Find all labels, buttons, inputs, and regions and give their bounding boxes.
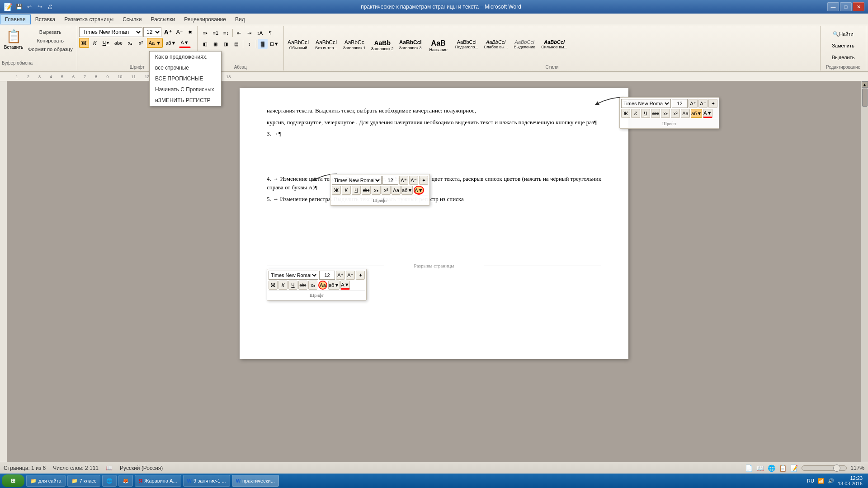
font-grow-button[interactable]: A⁺: [162, 27, 174, 37]
dropdown-item-lowercase[interactable]: все строчные: [150, 62, 221, 73]
case-button[interactable]: Аа ▼: [147, 38, 163, 48]
font-shrink-button[interactable]: A⁻: [175, 27, 184, 37]
mini-clear-3[interactable]: ✦: [356, 271, 365, 280]
mini-grow-2[interactable]: A⁺: [399, 176, 408, 185]
style-subtitle[interactable]: AaBbCcI Подзаголо...: [453, 38, 481, 53]
bullets-button[interactable]: ≡•: [200, 28, 210, 38]
taskbar-item-chrome[interactable]: 🌐: [102, 475, 117, 487]
font-name-selector[interactable]: Times New Roman: [79, 27, 142, 37]
mini-grow-3[interactable]: A⁺: [336, 271, 345, 280]
mini-bold-1[interactable]: Ж: [621, 109, 630, 118]
align-left-button[interactable]: ◧: [200, 39, 210, 49]
mini-italic-1[interactable]: К: [631, 109, 640, 118]
cut-button[interactable]: Вырезать: [26, 28, 75, 36]
menu-item-insert[interactable]: Вставка: [31, 15, 60, 24]
highlight-button[interactable]: аб▼: [164, 38, 178, 48]
taskbar-item-folder2[interactable]: 📁 7 класс: [67, 475, 101, 487]
mini-font-selector-1[interactable]: Times New Roman: [621, 99, 671, 108]
view-draft-icon[interactable]: 📝: [790, 465, 798, 472]
mini-color-3[interactable]: А▼: [340, 281, 349, 290]
strikethrough-button[interactable]: аbс: [113, 38, 124, 48]
mini-sub-1[interactable]: x₂: [661, 109, 670, 118]
mini-size-input-3[interactable]: [319, 271, 335, 280]
select-button[interactable]: Выделить: [825, 52, 861, 62]
minimize-button[interactable]: —: [827, 2, 839, 11]
dropdown-item-uppercase[interactable]: ВСЕ ПРОПИСНЫЕ: [150, 73, 221, 84]
borders-button[interactable]: ⊞▼: [268, 39, 281, 49]
replace-button[interactable]: Заменить: [825, 41, 861, 51]
line-spacing-button[interactable]: ↕: [245, 39, 255, 49]
view-web-icon[interactable]: 🌐: [768, 465, 775, 472]
scroll-thumb[interactable]: [862, 89, 868, 107]
menu-item-home[interactable]: Главная: [0, 14, 31, 24]
mini-strike-1[interactable]: аbс: [651, 109, 660, 118]
mini-case-3[interactable]: Аа: [318, 281, 327, 290]
font-color-button[interactable]: А▼: [179, 38, 191, 48]
document-scroll-area[interactable]: начертания текста. Выделить текст, выбра…: [7, 81, 861, 468]
bold-button[interactable]: Ж: [79, 38, 89, 48]
mini-strike-2[interactable]: аbс: [362, 186, 371, 195]
mini-sub-2[interactable]: x₂: [372, 186, 381, 195]
style-no-spacing[interactable]: AaBbCcI Без интер...: [313, 38, 340, 53]
find-button[interactable]: 🔍 Найти: [825, 29, 861, 39]
style-heading2[interactable]: AaBb Заголовок 2: [369, 38, 396, 53]
style-subtle-emphasis[interactable]: AaBbCcI Слабое вы...: [481, 38, 510, 53]
start-button[interactable]: ⊞: [2, 474, 24, 487]
mini-size-input-1[interactable]: [672, 99, 688, 108]
zoom-slider[interactable]: [802, 465, 847, 471]
lang-indicator[interactable]: RU: [807, 478, 814, 483]
copy-button[interactable]: Копировать: [26, 37, 75, 45]
mini-underline-1[interactable]: Ч: [641, 109, 650, 118]
taskbar-item-folder1[interactable]: 📁 для сайта: [26, 475, 66, 487]
style-heading1[interactable]: AaBbCc Заголовок 1: [341, 38, 368, 53]
mini-grow-1[interactable]: A⁺: [689, 99, 698, 108]
zoom-thumb[interactable]: [833, 465, 840, 472]
zoom-level[interactable]: 117%: [850, 465, 864, 471]
taskbar-item-firefox[interactable]: 🦊: [118, 475, 133, 487]
mini-color-1[interactable]: А▼: [703, 109, 712, 118]
format-painter-button[interactable]: Формат по образцу: [26, 45, 75, 53]
superscript-button[interactable]: x²: [136, 38, 146, 48]
close-button[interactable]: ✕: [853, 2, 864, 11]
mini-italic-2[interactable]: К: [342, 186, 351, 195]
menu-item-references[interactable]: Ссылки: [118, 15, 146, 24]
mini-underline-2[interactable]: Ч: [352, 186, 361, 195]
italic-button[interactable]: К: [90, 38, 100, 48]
mini-sup-2[interactable]: x²: [382, 186, 391, 195]
mini-size-input-2[interactable]: [382, 176, 398, 185]
clear-format-button[interactable]: ✖: [185, 27, 195, 37]
mini-strike-3[interactable]: аbс: [298, 281, 307, 290]
show-marks-button[interactable]: ¶: [265, 28, 275, 38]
menu-item-view[interactable]: Вид: [231, 15, 250, 24]
menu-item-layout[interactable]: Разметка страницы: [60, 15, 118, 24]
mini-font-selector-2[interactable]: Times New Roman: [332, 176, 382, 185]
mini-italic-3[interactable]: К: [278, 281, 288, 290]
mini-case-1[interactable]: Аа: [681, 109, 690, 118]
mini-bold-2[interactable]: Ж: [332, 186, 341, 195]
sort-button[interactable]: ↕А: [255, 28, 265, 38]
mini-font-selector-3[interactable]: Times New Roman: [269, 271, 318, 280]
print-button[interactable]: 🖨: [46, 2, 55, 11]
mini-shrink-3[interactable]: A⁻: [346, 271, 355, 280]
mini-highlight-1[interactable]: аб▼: [691, 109, 702, 118]
language-indicator[interactable]: Русский (Россия): [120, 465, 163, 471]
mini-case-2[interactable]: Аа: [392, 186, 401, 195]
mini-clear-1[interactable]: ✦: [708, 99, 717, 108]
maximize-button[interactable]: □: [840, 2, 852, 11]
mini-underline-3[interactable]: Ч: [288, 281, 297, 290]
mini-highlight-2[interactable]: аб▼: [401, 186, 413, 195]
numbering-button[interactable]: ≡1: [211, 28, 221, 38]
dropdown-item-toggle-case[interactable]: иЗМЕНИТЬ РЕГИСТР: [150, 95, 221, 106]
paste-button[interactable]: 📋 Вставить: [4, 28, 24, 51]
menu-item-review[interactable]: Рецензирование: [179, 15, 231, 24]
save-button[interactable]: 💾: [14, 2, 24, 11]
shading-button[interactable]: ▓: [258, 39, 268, 49]
mini-highlight-3[interactable]: аб▼: [328, 281, 340, 290]
style-title[interactable]: АаВ Название: [425, 38, 452, 53]
mini-shrink-1[interactable]: A⁻: [698, 99, 708, 108]
style-heading3[interactable]: AaBbCcI Заголовок 3: [397, 38, 424, 53]
dropdown-item-title-case[interactable]: Начинать С Прописных: [150, 84, 221, 95]
justify-button[interactable]: ▤: [231, 39, 241, 49]
scroll-up-button[interactable]: ▲: [862, 81, 868, 88]
taskbar-item-yandex[interactable]: Я Жаравина А...: [135, 475, 181, 487]
